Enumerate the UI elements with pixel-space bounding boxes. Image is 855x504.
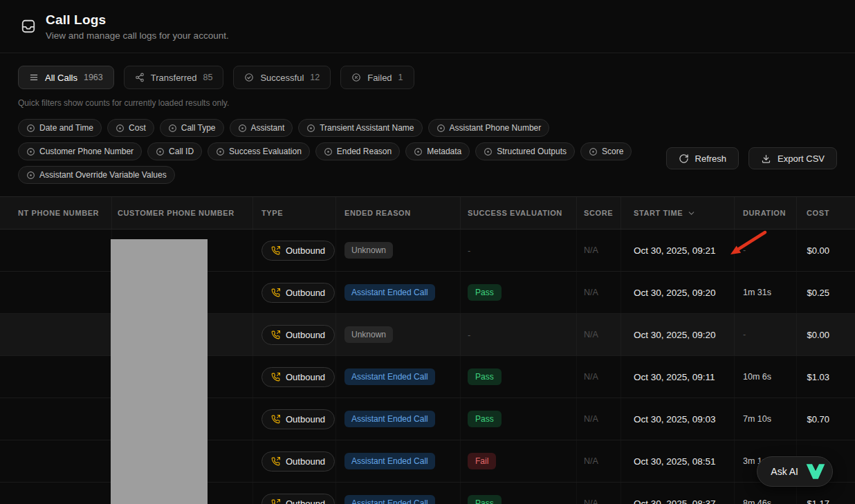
x-circle-icon: [351, 73, 361, 82]
cell-type: Outbound: [253, 314, 336, 355]
filter-chip-date-and-time[interactable]: Date and Time: [18, 119, 102, 137]
cell-type: Outbound: [253, 230, 336, 271]
cell-duration: 10m 6s: [735, 356, 797, 398]
cell-duration: 7m 10s: [735, 398, 797, 440]
redaction-overlay: [111, 239, 208, 504]
filter-chip-call-id[interactable]: Call ID: [147, 142, 202, 160]
filter-chip-assistant-override-variable-values[interactable]: Assistant Override Variable Values: [18, 166, 175, 184]
cell-cost: $0.70: [797, 398, 855, 440]
cell-assistant-phone: [0, 356, 112, 398]
cell-score: N/A: [577, 483, 621, 504]
circle-dot-icon: [589, 147, 598, 156]
tab-count: 1963: [84, 73, 103, 82]
filter-chip-customer-phone-number[interactable]: Customer Phone Number: [18, 142, 142, 160]
refresh-button[interactable]: Refresh: [666, 147, 739, 169]
table-header: NT PHONE NUMBER CUSTOMER PHONE NUMBER TY…: [0, 196, 855, 230]
ask-ai-button[interactable]: Ask AI: [757, 456, 833, 487]
quick-filter-tabs: All Calls 1963 Transferred 85 Successful…: [18, 66, 837, 89]
cell-duration: -: [735, 230, 797, 271]
refresh-icon: [679, 153, 689, 164]
column-ended-reason: ENDED REASON: [336, 197, 461, 229]
cell-assistant-phone: [0, 483, 112, 504]
filter-chip-structured-outputs[interactable]: Structured Outputs: [475, 142, 575, 160]
column-cost: COST: [797, 197, 855, 229]
cell-type: Outbound: [253, 483, 336, 504]
cell-ended-reason: Assistant Ended Call: [336, 356, 461, 398]
tab-failed[interactable]: Failed 1: [340, 66, 414, 89]
cell-start-time: Oct 30, 2025, 08:51: [621, 440, 735, 482]
export-csv-button[interactable]: Export CSV: [748, 147, 837, 169]
cell-assistant-phone: [0, 230, 112, 271]
tab-all-calls[interactable]: All Calls 1963: [18, 66, 114, 89]
cell-score: N/A: [577, 398, 621, 440]
table-actions: Refresh Export CSV: [666, 147, 837, 169]
circle-dot-icon: [484, 147, 493, 156]
share-icon: [135, 73, 145, 82]
cell-cost: $0.00: [797, 314, 855, 355]
circle-dot-icon: [436, 124, 445, 133]
tab-transferred[interactable]: Transferred 85: [124, 66, 224, 89]
vapi-logo-icon: [805, 463, 826, 480]
cell-ended-reason: Assistant Ended Call: [336, 272, 461, 313]
circle-dot-icon: [156, 147, 165, 156]
tab-label: Successful: [260, 73, 304, 83]
phone-outgoing-icon: [271, 457, 280, 466]
evaluation-badge: Pass: [468, 368, 502, 385]
cell-start-time: Oct 30, 2025, 09:03: [621, 398, 735, 440]
circle-dot-icon: [26, 147, 35, 156]
filter-chip-score[interactable]: Score: [580, 142, 632, 160]
circle-dot-icon: [414, 147, 423, 156]
ended-reason-badge: Assistant Ended Call: [344, 453, 435, 469]
tab-successful[interactable]: Successful 12: [233, 66, 331, 89]
column-success-evaluation: SUCCESS EVALUATION: [461, 197, 577, 229]
filter-chip-metadata[interactable]: Metadata: [405, 142, 470, 160]
tab-count: 85: [203, 73, 213, 82]
cell-evaluation: -: [461, 314, 577, 355]
column-score: SCORE: [577, 197, 621, 229]
evaluation-badge: Pass: [468, 284, 502, 301]
cell-assistant-phone: [0, 440, 112, 482]
filter-chip-cost[interactable]: Cost: [107, 119, 154, 137]
call-logs-page: Call Logs View and manage call logs for …: [0, 0, 855, 504]
tab-label: Failed: [367, 73, 392, 83]
call-type-badge: Outbound: [261, 367, 335, 387]
cell-evaluation: -: [461, 230, 577, 271]
column-assistant-phone-number: NT PHONE NUMBER: [0, 197, 112, 229]
ended-reason-badge: Assistant Ended Call: [344, 411, 435, 427]
cell-evaluation: Pass: [461, 398, 577, 440]
cell-evaluation: Pass: [461, 356, 577, 398]
cell-evaluation: Fail: [461, 440, 577, 482]
cell-type: Outbound: [253, 272, 336, 313]
cell-ended-reason: Assistant Ended Call: [336, 483, 461, 504]
ended-reason-badge: Assistant Ended Call: [344, 495, 435, 504]
cell-start-time: Oct 30, 2025, 09:20: [621, 272, 735, 313]
filter-chip-assistant-phone-number[interactable]: Assistant Phone Number: [428, 119, 550, 137]
page-header: Call Logs View and manage call logs for …: [0, 0, 855, 53]
cell-ended-reason: Assistant Ended Call: [336, 398, 461, 440]
filter-chip-ended-reason[interactable]: Ended Reason: [315, 142, 400, 160]
filter-chip-call-type[interactable]: Call Type: [160, 119, 224, 137]
cell-evaluation: Pass: [461, 483, 577, 504]
cell-cost: $0.00: [797, 230, 855, 271]
circle-dot-icon: [116, 124, 125, 133]
filter-chip-assistant[interactable]: Assistant: [230, 119, 293, 137]
list-icon: [29, 73, 39, 82]
phone-outgoing-icon: [271, 288, 280, 297]
phone-outgoing-icon: [271, 415, 280, 424]
cell-type: Outbound: [253, 440, 336, 482]
column-start-time[interactable]: START TIME: [621, 197, 735, 229]
cell-assistant-phone: [0, 272, 112, 313]
cell-score: N/A: [577, 230, 621, 271]
page-subtitle: View and manage call logs for your accou…: [46, 30, 229, 41]
evaluation-badge: -: [468, 245, 470, 256]
cell-score: N/A: [577, 314, 621, 355]
tab-label: All Calls: [45, 73, 77, 83]
download-icon: [761, 153, 771, 164]
circle-dot-icon: [26, 124, 35, 133]
filter-chip-transient-assistant-name[interactable]: Transient Assistant Name: [298, 119, 422, 137]
tab-label: Transferred: [151, 73, 197, 83]
filter-chip-row: Date and Time Cost Call Type Assistant T…: [18, 119, 837, 137]
circle-dot-icon: [216, 147, 225, 156]
cell-cost: $1.03: [797, 356, 855, 398]
filter-chip-success-evaluation[interactable]: Success Evaluation: [208, 142, 310, 160]
